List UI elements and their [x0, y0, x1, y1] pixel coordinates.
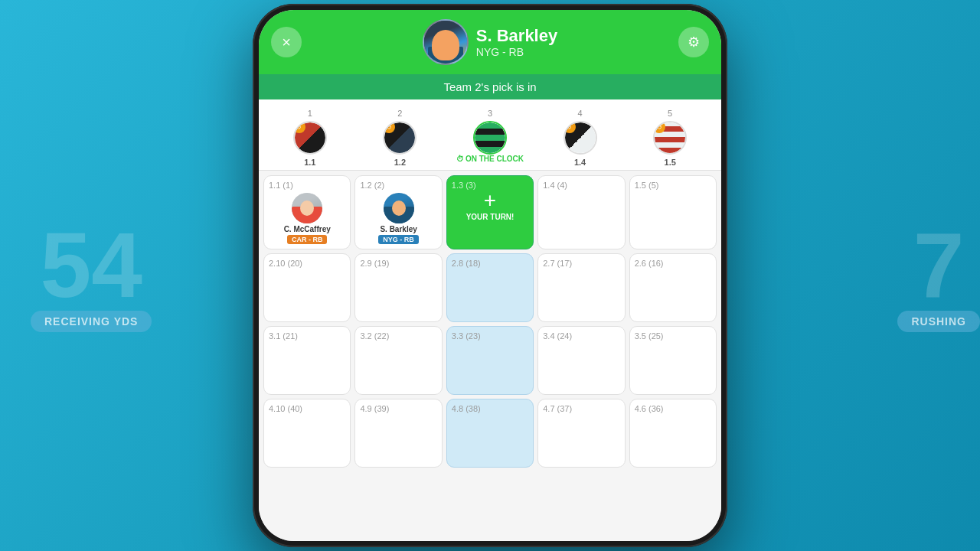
on-clock-text: ON THE CLOCK	[466, 155, 524, 163]
pick-num-3-2: 3.2 (22)	[360, 331, 389, 341]
pick-num-4-7: 4.7 (37)	[543, 404, 572, 413]
pick-num-3-5: 3.5 (25)	[635, 331, 664, 341]
team-slot-1: 1 ↺ 1.1	[265, 106, 355, 170]
player-name-bk: S. Barkley	[380, 225, 416, 233]
pick-num-2-9: 2.9 (19)	[360, 259, 389, 268]
pick-cell-2-10[interactable]: 2.10 (20)	[263, 253, 351, 322]
pick-cell-3-1[interactable]: 3.1 (21)	[263, 326, 351, 395]
settings-button[interactable]: ⚙	[678, 27, 709, 57]
pick-cell-4-7[interactable]: 4.7 (37)	[537, 399, 625, 468]
team-num-2: 2	[397, 109, 402, 118]
team-icon-2: ↺	[383, 121, 416, 155]
pick-num-3-3: 3.3 (23)	[452, 331, 481, 341]
picks-grid: 1.1 (1) C. McCaffrey CAR - RB 1.2 (2)	[259, 171, 721, 541]
team-label-5: 1.5	[665, 158, 676, 167]
refresh-icon-1: ↺	[293, 121, 305, 133]
team-slot-5: 5 ↺ 1.5	[625, 106, 715, 170]
pick-num-2-6: 2.6 (16)	[635, 259, 664, 268]
phone-frame: × S. Barkley NYG - RB ⚙ Team 2's pick	[253, 4, 727, 547]
pick-cell-4-9[interactable]: 4.9 (39)	[354, 399, 442, 468]
pick-cell-4-10[interactable]: 4.10 (40)	[263, 399, 351, 468]
pick-num-2-7: 2.7 (17)	[543, 259, 572, 268]
picks-row-4: 4.10 (40) 4.9 (39) 4.8 (38) 4.7 (37) 4.6…	[263, 399, 717, 468]
team-label-1: 1.1	[304, 158, 315, 167]
background-stat-left: 54 RECEIVING YDS	[31, 219, 152, 332]
bg-stat-left-number: 54	[31, 219, 152, 311]
avatar-bk-inner	[384, 193, 414, 223]
on-clock-label: ⏱ ON THE CLOCK	[456, 155, 524, 163]
pick-status-bar: Team 2's pick is in	[259, 74, 721, 99]
refresh-icon-4: ↺	[564, 121, 576, 133]
picks-row-3: 3.1 (21) 3.2 (22) 3.3 (23) 3.4 (24) 3.5 …	[263, 326, 717, 395]
draft-board: 1 ↺ 1.1 2 ↺ 1.2 3	[259, 99, 721, 541]
pick-cell-2-8[interactable]: 2.8 (18)	[446, 253, 534, 322]
header-top: × S. Barkley NYG - RB ⚙	[259, 10, 721, 74]
avatar-face	[432, 30, 459, 60]
avatar-inner	[424, 21, 467, 64]
avatar-mc-inner	[292, 193, 322, 223]
player-name-info: S. Barkley NYG - RB	[476, 26, 557, 58]
team-label-2: 1.2	[394, 158, 406, 167]
pick-cell-2-6[interactable]: 2.6 (16)	[629, 253, 717, 322]
pick-cell-1-4[interactable]: 1.4 (4)	[537, 175, 625, 249]
pick-num-2-10: 2.10 (20)	[269, 259, 302, 268]
pick-num-2-8: 2.8 (18)	[452, 259, 481, 268]
pick-cell-3-3[interactable]: 3.3 (23)	[446, 326, 534, 395]
pick-num-1-3: 1.3 (3)	[452, 181, 476, 190]
clock-icon: ⏱	[456, 155, 464, 163]
pick-num-4-8: 4.8 (38)	[452, 404, 481, 413]
pick-num-1-5: 1.5 (5)	[635, 181, 659, 190]
picks-row-2: 2.10 (20) 2.9 (19) 2.8 (18) 2.7 (17) 2.6…	[263, 253, 717, 322]
player-avatar	[423, 19, 469, 65]
pick-cell-3-4[interactable]: 3.4 (24)	[537, 326, 625, 395]
your-turn-text: YOUR TURN!	[466, 213, 514, 221]
pick-num-4-10: 4.10 (40)	[269, 404, 302, 413]
team-icon-4: ↺	[564, 121, 597, 155]
player-info: S. Barkley NYG - RB	[423, 19, 557, 65]
team-icon-5: ↺	[653, 121, 687, 155]
pick-num-3-4: 3.4 (24)	[543, 331, 572, 341]
player-team-pos: NYG - RB	[476, 46, 557, 58]
player-name-mc: C. McCaffrey	[284, 225, 331, 233]
picks-row-1: 1.1 (1) C. McCaffrey CAR - RB 1.2 (2)	[263, 175, 717, 249]
player-name: S. Barkley	[476, 26, 557, 46]
pick-cell-3-5[interactable]: 3.5 (25)	[629, 326, 717, 395]
pick-num-3-1: 3.1 (21)	[269, 331, 298, 341]
pick-num-4-9: 4.9 (39)	[360, 404, 389, 413]
player-team-bk: NYG - RB	[378, 235, 419, 244]
phone-screen: × S. Barkley NYG - RB ⚙ Team 2's pick	[259, 10, 721, 541]
team-icon-1: ↺	[293, 121, 327, 155]
player-team-mc: CAR - RB	[287, 235, 328, 244]
pick-cell-1-5[interactable]: 1.5 (5)	[629, 175, 717, 249]
close-button[interactable]: ×	[271, 27, 302, 57]
pick-cell-1-2[interactable]: 1.2 (2) S. Barkley NYG - RB	[354, 175, 442, 249]
pick-cell-4-8[interactable]: 4.8 (38)	[446, 399, 534, 468]
pick-num-4-6: 4.6 (36)	[635, 404, 664, 413]
background-stat-right: 7 RUSHING	[897, 219, 980, 332]
bg-stat-right-number: 7	[897, 219, 980, 311]
pick-cell-1-1[interactable]: 1.1 (1) C. McCaffrey CAR - RB	[263, 175, 351, 249]
team-slot-2: 2 ↺ 1.2	[355, 106, 446, 170]
team-slot-3: 3 ⏱ ON THE CLOCK	[445, 106, 535, 170]
player-avatar-bk	[384, 193, 414, 223]
pick-cell-2-7[interactable]: 2.7 (17)	[537, 253, 625, 322]
pick-num-1-4: 1.4 (4)	[543, 181, 567, 190]
team-label-4: 1.4	[574, 158, 586, 167]
player-avatar-mc	[292, 193, 322, 223]
team-num-1: 1	[308, 109, 312, 118]
team-slot-4: 4 ↺ 1.4	[535, 106, 626, 170]
pick-num-1-2: 1.2 (2)	[360, 181, 384, 190]
pick-cell-1-3[interactable]: 1.3 (3) + YOUR TURN!	[446, 175, 534, 249]
team-num-4: 4	[578, 109, 583, 118]
teams-row: 1 ↺ 1.1 2 ↺ 1.2 3	[259, 99, 721, 171]
add-pick-icon: +	[484, 190, 496, 211]
team-num-3: 3	[488, 109, 492, 118]
pick-cell-2-9[interactable]: 2.9 (19)	[354, 253, 442, 322]
pick-cell-4-6[interactable]: 4.6 (36)	[629, 399, 717, 468]
team-num-5: 5	[668, 109, 672, 118]
header: × S. Barkley NYG - RB ⚙ Team 2's pick	[259, 10, 721, 99]
pick-num-1-1: 1.1 (1)	[269, 181, 293, 190]
team-icon-3	[473, 121, 507, 155]
pick-cell-3-2[interactable]: 3.2 (22)	[354, 326, 442, 395]
